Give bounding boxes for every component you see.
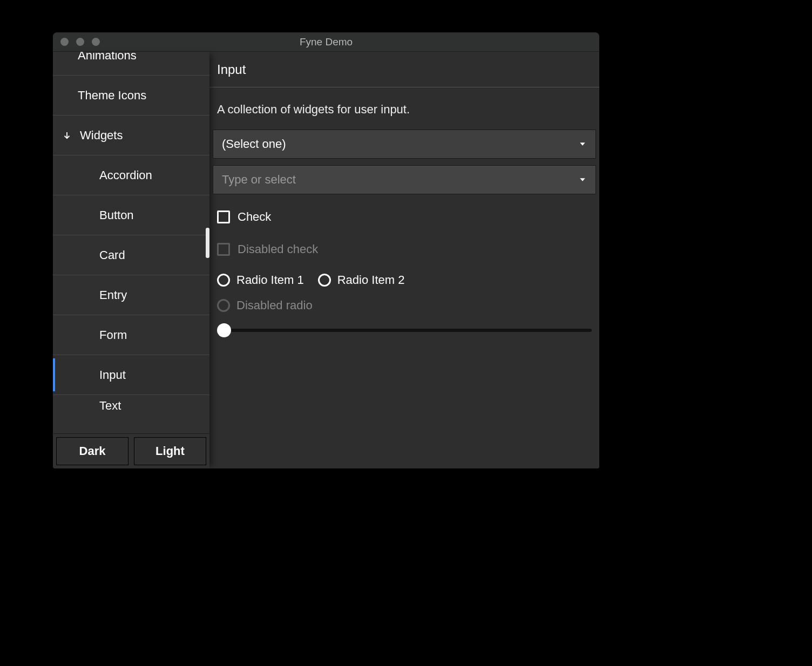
checkbox-label: Disabled check [238, 242, 318, 256]
slider[interactable] [217, 320, 592, 341]
sidebar-item-label: Text [99, 399, 121, 413]
window-close-button[interactable] [60, 38, 69, 46]
sidebar-item-accordion[interactable]: Accordion [53, 155, 209, 195]
button-label: Light [155, 444, 185, 458]
slider-thumb[interactable] [217, 323, 231, 337]
page-description: A collection of widgets for user input. [209, 87, 599, 126]
arrow-down-icon [60, 131, 73, 140]
sidebar: Animations Theme Icons Widgets Ac [53, 52, 209, 468]
checkbox-label: Check [238, 210, 271, 224]
sidebar-item-button[interactable]: Button [53, 195, 209, 235]
checkbox-icon [217, 243, 230, 256]
sidebar-item-card[interactable]: Card [53, 235, 209, 275]
sidebar-item-label: Widgets [80, 128, 123, 142]
sidebar-item-label: Entry [99, 288, 127, 302]
radio-label: Radio Item 1 [236, 273, 304, 287]
main-content: Input A collection of widgets for user i… [209, 52, 599, 468]
combobox-placeholder: Type or select [222, 173, 296, 187]
radio-label: Disabled radio [236, 298, 313, 312]
radio-item-1[interactable]: Radio Item 1 [217, 273, 304, 287]
theme-switcher: Dark Light [53, 433, 209, 468]
sidebar-item-label: Input [99, 368, 126, 382]
sidebar-item-label: Form [99, 328, 127, 342]
nav-tree[interactable]: Animations Theme Icons Widgets Ac [53, 52, 209, 433]
sidebar-item-label: Theme Icons [78, 89, 146, 103]
radio-icon [318, 274, 331, 287]
radio-icon [217, 274, 230, 287]
radio-disabled: Disabled radio [217, 298, 313, 312]
select-dropdown[interactable]: (Select one) [213, 130, 596, 159]
page-title: Input [209, 52, 599, 87]
sidebar-item-label: Button [99, 208, 134, 222]
sidebar-item-animations[interactable]: Animations [53, 52, 209, 76]
sidebar-item-label: Animations [78, 52, 137, 63]
chevron-down-icon [578, 140, 587, 148]
radio-label: Radio Item 2 [337, 273, 405, 287]
sidebar-item-form[interactable]: Form [53, 315, 209, 355]
sidebar-item-label: Card [99, 248, 125, 262]
app-window: Fyne Demo Animations Theme Icons [53, 32, 599, 468]
combobox-input[interactable]: Type or select [213, 165, 596, 194]
sidebar-item-text[interactable]: Text [53, 395, 209, 417]
sidebar-item-theme-icons[interactable]: Theme Icons [53, 76, 209, 115]
radio-icon [217, 299, 230, 312]
scrollbar-thumb[interactable] [206, 228, 209, 258]
chevron-down-icon [578, 175, 587, 184]
titlebar[interactable]: Fyne Demo [53, 32, 599, 52]
checkbox-check[interactable]: Check [217, 201, 592, 233]
sidebar-item-label: Accordion [99, 168, 152, 182]
checkbox-disabled: Disabled check [217, 233, 592, 266]
window-title: Fyne Demo [53, 36, 599, 48]
sidebar-item-entry[interactable]: Entry [53, 275, 209, 315]
sidebar-item-input[interactable]: Input [53, 355, 209, 395]
slider-track [217, 329, 592, 332]
select-placeholder: (Select one) [222, 137, 286, 151]
window-minimize-button[interactable] [76, 38, 84, 46]
light-theme-button[interactable]: Light [134, 437, 206, 465]
dark-theme-button[interactable]: Dark [56, 437, 128, 465]
button-label: Dark [79, 444, 106, 458]
sidebar-item-widgets[interactable]: Widgets [53, 115, 209, 155]
window-maximize-button[interactable] [92, 38, 100, 46]
checkbox-icon [217, 210, 230, 223]
radio-item-2[interactable]: Radio Item 2 [318, 273, 405, 287]
